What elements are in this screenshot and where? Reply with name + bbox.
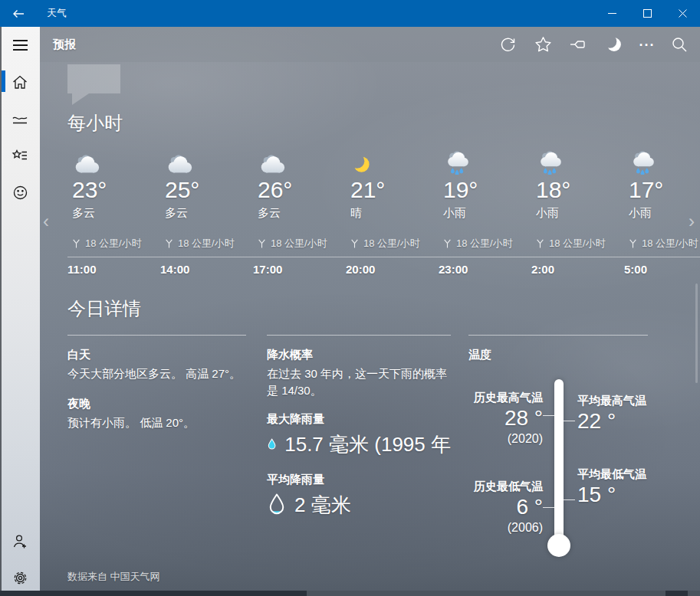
thermometer-bulb: [547, 534, 570, 557]
hourly-item: 26° 多云: [253, 146, 346, 221]
wind-direction-icon: [72, 238, 81, 249]
hourly-wind: 18 公里/小时: [160, 237, 253, 251]
details-section-heading: 今日详情: [67, 296, 141, 321]
horizontal-scrollbar-thumb[interactable]: [307, 591, 665, 596]
horizontal-scrollbar[interactable]: [0, 591, 700, 596]
sidebar-item-historical-weather[interactable]: [0, 100, 40, 137]
wind-direction-icon: [536, 238, 544, 249]
day-night-card: 白天 今天大部分地区多云。 高温 27°。 夜晚 预计有小雨。 低温 20°。: [67, 335, 246, 431]
sidebar-spacer: [0, 211, 40, 522]
hourly-wind: 18 公里/小时: [346, 237, 439, 251]
avg-low-label: 平均最低气温: [577, 467, 646, 482]
hourly-prev-button[interactable]: ‹: [43, 206, 49, 237]
light-rain-icon: [443, 146, 531, 175]
avg-rainfall-value: 2 毫米: [294, 492, 351, 519]
close-button[interactable]: [665, 0, 700, 27]
home-icon: [12, 74, 28, 90]
light-rain-icon: [629, 146, 700, 175]
avg-rainfall-label: 平均降雨量: [267, 472, 451, 487]
minimize-button[interactable]: [594, 0, 629, 27]
precip-probability-label: 降水概率: [267, 347, 451, 362]
wind-direction-icon: [258, 238, 266, 249]
water-drop-low-icon: [267, 493, 287, 518]
menu-button[interactable]: [0, 27, 40, 64]
hourly-condition: 小雨: [443, 206, 531, 221]
hourly-temp: 26°: [258, 176, 346, 204]
night-label: 夜晚: [67, 396, 246, 411]
record-high-value: 28 °: [468, 405, 543, 431]
wind-direction-icon: [443, 238, 452, 249]
record-high-year: (2020): [468, 431, 543, 447]
thermometer: 历史最高气温 28 ° (2020) 平均最高气温 22 ° 历史最低气温 6 …: [468, 373, 648, 566]
sidebar-item-favorites[interactable]: [0, 137, 40, 174]
refresh-button[interactable]: [490, 27, 525, 62]
hourly-wind: 18 公里/小时: [624, 237, 700, 251]
hourly-temp: 25°: [165, 176, 253, 204]
hourly-next-button[interactable]: ›: [688, 206, 695, 237]
sidebar-item-home[interactable]: [0, 64, 40, 100]
sidebar-item-sign-in[interactable]: [0, 522, 40, 559]
avg-high-label: 平均最高气温: [577, 393, 646, 408]
pin-icon: [569, 36, 587, 53]
hourly-item: 18° 小雨: [531, 146, 624, 221]
titlebar: 天气: [0, 0, 700, 27]
temperature-card: 温度 历史最高气温 28 ° (2020) 平均最高气温 22: [468, 335, 648, 566]
gear-icon: [12, 570, 28, 586]
page-title: 预报: [53, 38, 76, 52]
dark-mode-button[interactable]: [596, 27, 631, 62]
night-text: 预计有小雨。 低温 20°。: [67, 414, 246, 431]
record-low-value: 6 °: [468, 494, 543, 520]
hourly-time: 17:00: [253, 263, 346, 276]
hourly-time: 14:00: [160, 263, 253, 276]
hourly-condition: 晴: [350, 206, 439, 221]
data-source-attribution: 数据来自 中国天气网: [67, 570, 160, 584]
avg-low-group: 平均最低气温 15 °: [577, 467, 646, 508]
sidebar: [0, 27, 40, 596]
back-arrow-icon: [12, 9, 25, 18]
pin-button[interactable]: [560, 27, 596, 62]
horizontal-scrollbar-segment: [688, 591, 700, 596]
hourly-wind: 18 公里/小时: [531, 237, 624, 251]
more-button[interactable]: ...: [631, 27, 663, 62]
record-low-label: 历史最低气温: [468, 479, 543, 494]
sidebar-item-feedback[interactable]: [0, 174, 40, 211]
star-icon: [534, 36, 552, 53]
hourly-wind: 18 公里/小时: [67, 237, 160, 251]
star-list-icon: [12, 149, 28, 162]
thermometer-stem: [554, 379, 564, 543]
temperature-label: 温度: [468, 347, 648, 362]
record-low-year: (2006): [468, 520, 543, 535]
ellipsis-icon: ...: [639, 38, 655, 45]
minimize-icon: [608, 9, 616, 18]
maximize-button[interactable]: [629, 0, 665, 27]
hourly-temp: 18°: [536, 176, 624, 204]
selected-item-indicator: [2, 70, 5, 92]
hourly-section-heading: 每小时: [67, 111, 123, 136]
search-button[interactable]: [663, 27, 695, 62]
favorite-button[interactable]: [525, 27, 560, 62]
tooltip-bubble: [67, 64, 120, 93]
hourly-condition: 多云: [165, 206, 253, 221]
avg-high-group: 平均最高气温 22 °: [577, 393, 646, 434]
thermometer-tick: [543, 415, 554, 416]
weather-app-window: 天气: [0, 0, 700, 596]
cloudy-icon: [258, 146, 346, 175]
light-rain-icon: [536, 146, 624, 175]
vertical-scrollbar[interactable]: [695, 283, 698, 383]
hourly-condition: 小雨: [536, 206, 624, 221]
day-text: 今天大部分地区多云。 高温 27°。: [67, 365, 246, 382]
main-content: 预报 ...: [40, 27, 700, 596]
hourly-temp: 19°: [443, 176, 531, 204]
avg-low-value: 15 °: [577, 482, 646, 508]
cloudy-icon: [165, 146, 253, 175]
maximize-icon: [643, 9, 652, 18]
hourly-time: 2:00: [531, 263, 624, 276]
precipitation-card: 降水概率 在过去 30 年内，这一天下雨的概率是 14/30。 最大降雨量 15…: [267, 335, 451, 519]
back-button[interactable]: [0, 0, 37, 27]
wind-direction-icon: [629, 238, 637, 249]
thermometer-tick: [564, 499, 575, 500]
wind-direction-icon: [165, 238, 173, 249]
window-title: 天气: [47, 7, 67, 20]
hourly-temp: 17°: [629, 176, 700, 204]
hourly-condition: 多云: [258, 206, 346, 221]
